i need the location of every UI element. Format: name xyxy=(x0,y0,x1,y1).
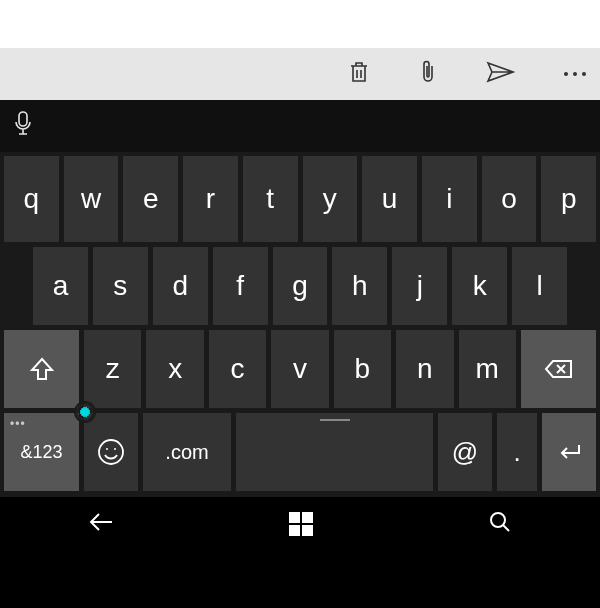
key-t[interactable]: t xyxy=(243,156,298,242)
more-button[interactable] xyxy=(564,72,586,76)
app-content-area xyxy=(0,0,600,48)
app-command-bar xyxy=(0,48,600,100)
trash-icon xyxy=(348,60,370,84)
search-button[interactable] xyxy=(488,510,512,538)
shift-key[interactable] xyxy=(4,330,79,408)
dotcom-key[interactable]: .com xyxy=(143,413,231,491)
microphone-icon xyxy=(12,110,34,138)
numbers-symbols-label: &123 xyxy=(20,442,62,463)
more-icon xyxy=(564,72,568,76)
on-screen-keyboard: qwertyuiop asdfghjkl zxcvbnm ••• &123 xyxy=(0,152,600,497)
keyboard-row-1: qwertyuiop xyxy=(4,156,596,242)
key-y[interactable]: y xyxy=(303,156,358,242)
key-h[interactable]: h xyxy=(332,247,387,325)
back-button[interactable] xyxy=(88,512,114,536)
delete-button[interactable] xyxy=(348,60,370,88)
key-x[interactable]: x xyxy=(146,330,203,408)
period-key[interactable]: . xyxy=(497,413,537,491)
key-e[interactable]: e xyxy=(123,156,178,242)
key-z[interactable]: z xyxy=(84,330,141,408)
space-key[interactable] xyxy=(236,413,433,491)
system-nav-bar xyxy=(0,497,600,551)
start-button[interactable] xyxy=(289,512,313,536)
svg-point-1 xyxy=(99,440,123,464)
key-u[interactable]: u xyxy=(362,156,417,242)
key-o[interactable]: o xyxy=(482,156,537,242)
at-key[interactable]: @ xyxy=(438,413,492,491)
enter-key[interactable] xyxy=(542,413,596,491)
key-g[interactable]: g xyxy=(273,247,328,325)
key-j[interactable]: j xyxy=(392,247,447,325)
emoji-icon xyxy=(97,438,125,466)
key-f[interactable]: f xyxy=(213,247,268,325)
key-r[interactable]: r xyxy=(183,156,238,242)
keyboard-row-2: asdfghjkl xyxy=(4,247,596,325)
key-p[interactable]: p xyxy=(541,156,596,242)
key-d[interactable]: d xyxy=(153,247,208,325)
key-a[interactable]: a xyxy=(33,247,88,325)
keyboard-row-3: zxcvbnm xyxy=(4,330,596,408)
shift-icon xyxy=(30,356,54,382)
key-w[interactable]: w xyxy=(64,156,119,242)
numbers-symbols-key[interactable]: ••• &123 xyxy=(4,413,79,491)
cursor-control-nub[interactable] xyxy=(74,401,96,423)
windows-start-icon xyxy=(289,512,313,536)
keyboard-suggestion-strip xyxy=(0,100,600,152)
key-m[interactable]: m xyxy=(459,330,516,408)
paperclip-icon xyxy=(418,59,438,85)
search-icon xyxy=(488,510,512,534)
backspace-key[interactable] xyxy=(521,330,596,408)
keyboard-row-4: ••• &123 .com @ . xyxy=(4,413,596,491)
voice-input-button[interactable] xyxy=(12,110,34,142)
key-k[interactable]: k xyxy=(452,247,507,325)
back-icon xyxy=(88,512,114,532)
key-v[interactable]: v xyxy=(271,330,328,408)
svg-point-3 xyxy=(114,448,116,450)
key-b[interactable]: b xyxy=(334,330,391,408)
key-l[interactable]: l xyxy=(512,247,567,325)
svg-rect-0 xyxy=(19,112,27,126)
svg-point-2 xyxy=(106,448,108,450)
send-icon xyxy=(486,61,516,83)
backspace-icon xyxy=(544,358,574,380)
key-q[interactable]: q xyxy=(4,156,59,242)
key-n[interactable]: n xyxy=(396,330,453,408)
send-button[interactable] xyxy=(486,61,516,87)
key-s[interactable]: s xyxy=(93,247,148,325)
enter-icon xyxy=(555,441,583,463)
attach-button[interactable] xyxy=(418,59,438,89)
emoji-key[interactable] xyxy=(84,413,138,491)
key-i[interactable]: i xyxy=(422,156,477,242)
svg-point-4 xyxy=(491,513,505,527)
key-c[interactable]: c xyxy=(209,330,266,408)
